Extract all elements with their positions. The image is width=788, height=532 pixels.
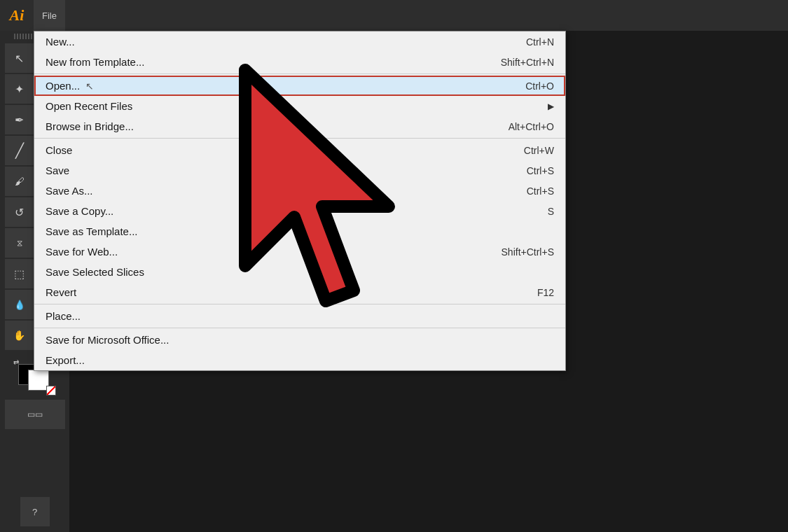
menu-item-revert[interactable]: Revert F12 — [34, 282, 565, 302]
file-dropdown-menu: New... Ctrl+N New from Template... Shift… — [34, 31, 566, 371]
eyedropper-tool[interactable]: 💧 — [5, 290, 34, 319]
separator-3 — [34, 304, 565, 304]
menu-item-open[interactable]: Open... ↖ Ctrl+O — [34, 76, 565, 96]
menu-item-save-as-label: Save As... — [46, 185, 93, 197]
separator-4 — [34, 328, 565, 328]
menu-item-new-shortcut: Ctrl+N — [526, 36, 554, 48]
pen-tool[interactable]: ✒ — [5, 105, 34, 134]
menu-item-close-label: Close — [46, 144, 72, 156]
menu-item-revert-label: Revert — [46, 286, 76, 298]
paintbrush-tool[interactable]: 🖌 — [5, 167, 34, 196]
menu-item-new-template-label: New from Template... — [46, 56, 144, 68]
submenu-arrow: ▶ — [548, 102, 554, 111]
rotate-tool[interactable]: ↺ — [5, 197, 34, 227]
menu-item-revert-shortcut: F12 — [537, 287, 554, 298]
help-button[interactable]: ? — [20, 497, 50, 526]
menu-bar: Ai File — [0, 0, 788, 31]
change-screen-mode[interactable]: ▭▭ — [5, 400, 65, 429]
menu-item-save-web-shortcut: Shift+Ctrl+S — [502, 246, 554, 258]
separator-2 — [34, 138, 565, 139]
line-tool[interactable]: ╱ — [5, 136, 34, 165]
selection-tool[interactable]: ↖ — [5, 43, 34, 73]
cursor-icon: ↖ — [85, 80, 94, 92]
menu-item-open-label: Open... — [46, 80, 80, 92]
menu-item-open-recent-label: Open Recent Files — [46, 100, 132, 112]
menu-item-save-office[interactable]: Save for Microsoft Office... — [34, 330, 565, 350]
swap-icon[interactable]: ⇄ — [11, 357, 21, 367]
menu-item-export-label: Export... — [46, 354, 85, 366]
menu-item-save-template-label: Save as Template... — [46, 225, 137, 237]
menu-item-export[interactable]: Export... — [34, 350, 565, 370]
separator-1 — [34, 74, 565, 74]
menu-item-save-copy[interactable]: Save a Copy... S — [34, 201, 565, 221]
menu-item-new-label: New... — [46, 36, 75, 48]
menu-item-save-template[interactable]: Save as Template... — [34, 221, 565, 241]
menu-item-place[interactable]: Place... — [34, 306, 565, 326]
menu-item-browse-bridge[interactable]: Browse in Bridge... Alt+Ctrl+O — [34, 116, 565, 136]
menu-item-new-template-shortcut: Shift+Ctrl+N — [501, 57, 554, 68]
hand-tool[interactable]: ✋ — [5, 321, 34, 350]
menu-item-browse-bridge-label: Browse in Bridge... — [46, 120, 134, 132]
menu-item-close-shortcut: Ctrl+W — [524, 145, 554, 156]
menu-item-save-slices-label: Save Selected Slices — [46, 266, 144, 278]
menu-item-save-as[interactable]: Save As... Ctrl+S — [34, 181, 565, 201]
menu-item-save-label: Save — [46, 164, 69, 176]
menu-item-open-shortcut: Ctrl+O — [525, 80, 554, 92]
menu-item-save-slices[interactable]: Save Selected Slices — [34, 262, 565, 282]
menu-item-save-as-shortcut: Ctrl+S — [527, 186, 554, 197]
menu-item-save-shortcut: Ctrl+S — [527, 165, 554, 176]
magic-wand-tool[interactable]: ✦ — [5, 74, 34, 104]
menu-item-save-copy-shortcut: S — [548, 206, 554, 217]
app-logo: Ai — [0, 0, 34, 31]
menu-bar-spacer — [65, 0, 788, 31]
menu-item-browse-bridge-shortcut: Alt+Ctrl+O — [509, 121, 554, 132]
menu-item-save-web[interactable]: Save for Web... Shift+Ctrl+S — [34, 241, 565, 262]
none-swatch[interactable] — [46, 386, 56, 396]
menu-item-save-office-label: Save for Microsoft Office... — [46, 334, 169, 346]
menu-item-new-template[interactable]: New from Template... Shift+Ctrl+N — [34, 52, 565, 72]
bottom-icon-row: ▭▭ — [5, 400, 65, 429]
menu-item-save[interactable]: Save Ctrl+S — [34, 160, 565, 181]
menu-item-place-label: Place... — [46, 310, 81, 322]
menu-item-save-copy-label: Save a Copy... — [46, 205, 113, 217]
blend-tool[interactable]: ⧖ — [5, 228, 34, 258]
menu-item-new[interactable]: New... Ctrl+N — [34, 31, 565, 52]
menu-item-close[interactable]: Close Ctrl+W — [34, 140, 565, 160]
menu-item-open-recent[interactable]: Open Recent Files ▶ — [34, 96, 565, 116]
artboard-tool[interactable]: ⬚ — [5, 259, 34, 288]
file-menu-item[interactable]: File — [34, 0, 65, 31]
menu-item-save-web-label: Save for Web... — [46, 246, 118, 258]
